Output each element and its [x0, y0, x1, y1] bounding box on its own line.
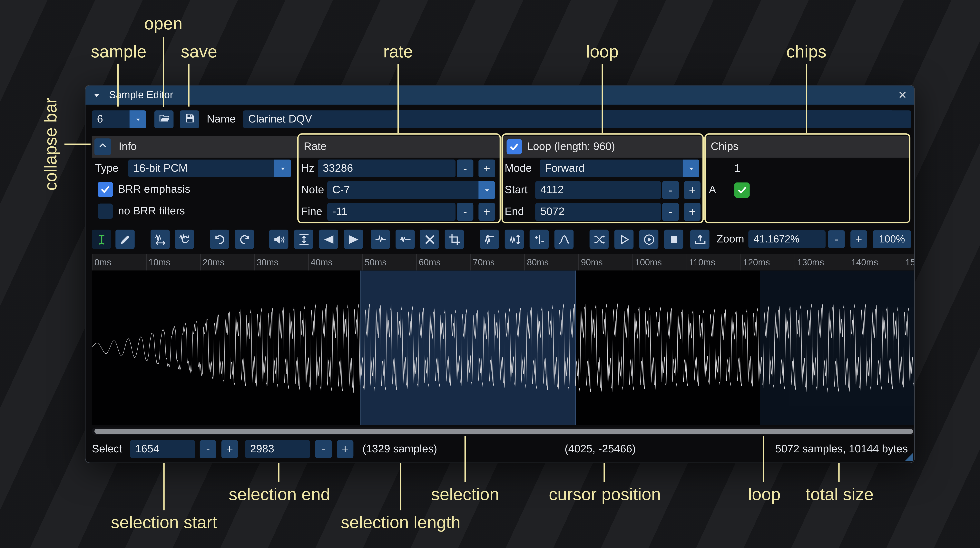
open-button[interactable]: [154, 110, 173, 128]
loop-start-decrease-button[interactable]: -: [662, 181, 679, 199]
loop-enable-checkbox[interactable]: [507, 139, 522, 155]
edit-select-button[interactable]: [92, 230, 111, 249]
fade-out-icon: [347, 233, 360, 245]
close-button[interactable]: ×: [899, 88, 907, 102]
timeline-label: 80ms: [527, 257, 549, 267]
name-input[interactable]: [243, 110, 911, 128]
no-brr-filters-checkbox[interactable]: [98, 204, 113, 219]
fine-decrease-button[interactable]: -: [457, 203, 474, 221]
annotation-line: [278, 463, 280, 482]
upload-icon: [694, 233, 706, 245]
loop-start-input[interactable]: [535, 181, 661, 199]
loop-mode-label: Mode: [505, 159, 532, 177]
selection-start-increase-button[interactable]: +: [221, 440, 238, 458]
make-wavetable-button[interactable]: [690, 230, 710, 249]
zoom-out-button[interactable]: -: [828, 230, 845, 248]
hz-input[interactable]: [318, 159, 455, 177]
play-circle-icon: [643, 233, 655, 245]
sample-selector[interactable]: 6: [92, 110, 146, 128]
apply-silence-button[interactable]: [396, 230, 415, 249]
loop-mode-value: Forward: [545, 162, 585, 175]
note-value: C-7: [332, 184, 350, 196]
annotation-rate: rate: [383, 42, 413, 62]
window-resize-grip[interactable]: [905, 453, 913, 461]
fade-out-button[interactable]: [344, 230, 363, 249]
timeline-ruler[interactable]: 0ms10ms20ms30ms40ms50ms60ms70ms80ms90ms1…: [92, 254, 915, 271]
loop-end-input[interactable]: [535, 203, 661, 221]
undo-button[interactable]: [210, 230, 229, 249]
info-header-label: Info: [119, 140, 137, 153]
waveform-area[interactable]: [92, 271, 915, 425]
loop-start-increase-button[interactable]: +: [684, 181, 700, 199]
sign-convert-button[interactable]: [530, 230, 549, 249]
reverse-button[interactable]: [480, 230, 499, 249]
reverse-icon: [483, 233, 495, 245]
collapse-info-button[interactable]: [94, 139, 111, 155]
loop-end-increase-button[interactable]: +: [684, 203, 700, 221]
filter-button[interactable]: [555, 230, 574, 249]
brr-emphasis-checkbox[interactable]: [98, 182, 113, 197]
annotation-selection-start: selection start: [111, 513, 217, 533]
window-title: Sample Editor: [109, 89, 173, 101]
window-collapse-icon[interactable]: [92, 91, 101, 99]
annotated-screenshot: Sample Editor × 6 Name Info Type 16-bit …: [0, 0, 980, 548]
resize-button[interactable]: [151, 230, 170, 249]
trim-icon: [448, 233, 460, 245]
crossfade-loop-button[interactable]: [590, 230, 609, 249]
horizontal-scrollbar[interactable]: [92, 427, 915, 435]
insert-silence-button[interactable]: [371, 230, 390, 249]
titlebar[interactable]: Sample Editor ×: [86, 86, 914, 105]
hz-decrease-button[interactable]: -: [457, 159, 474, 177]
undo-icon: [213, 233, 226, 245]
delete-button[interactable]: [420, 230, 439, 249]
selection-end-increase-button[interactable]: +: [337, 440, 353, 458]
preview-button[interactable]: [614, 230, 634, 249]
annotation-chips: chips: [786, 42, 827, 62]
redo-button[interactable]: [235, 230, 254, 249]
sample-type-select[interactable]: 16-bit PCM: [128, 159, 291, 177]
annotation-line: [400, 463, 401, 510]
fine-increase-button[interactable]: +: [479, 203, 495, 221]
fine-input[interactable]: [327, 203, 455, 221]
zoom-input[interactable]: [748, 230, 826, 248]
waveform-canvas[interactable]: [92, 271, 915, 425]
loop-end-label: End: [505, 203, 524, 221]
normalize-button[interactable]: [294, 230, 313, 249]
timeline-label: 30ms: [256, 257, 278, 267]
chip-a-checkbox[interactable]: [734, 182, 750, 198]
loop-mode-select[interactable]: Forward: [540, 159, 699, 177]
rate-header-label: Rate: [304, 140, 326, 153]
trim-button[interactable]: [445, 230, 464, 249]
selection-start-input[interactable]: [130, 440, 195, 458]
chevron-down-icon: [130, 110, 146, 128]
selection-start-decrease-button[interactable]: -: [200, 440, 216, 458]
hz-label: Hz: [301, 159, 314, 177]
amplify-button[interactable]: [269, 230, 288, 249]
rate-header: Rate: [299, 136, 500, 158]
fade-in-button[interactable]: [319, 230, 338, 249]
fade-in-icon: [323, 233, 334, 245]
stop-button[interactable]: [664, 230, 684, 249]
draw-button[interactable]: [115, 230, 135, 249]
play-button[interactable]: [640, 230, 659, 249]
zoom-in-button[interactable]: +: [850, 230, 867, 248]
note-select[interactable]: C-7: [327, 181, 495, 199]
stop-icon: [668, 233, 680, 245]
save-button[interactable]: [180, 110, 199, 128]
annotation-selection-end: selection end: [229, 485, 330, 505]
timeline-label: 0ms: [94, 257, 111, 267]
hz-increase-button[interactable]: +: [479, 159, 495, 177]
normalize-icon: [298, 233, 310, 245]
selection-end-decrease-button[interactable]: -: [315, 440, 332, 458]
selection-end-input[interactable]: [245, 440, 310, 458]
annotation-open: open: [144, 14, 183, 34]
zoom-reset-button[interactable]: 100%: [873, 230, 911, 248]
chevron-down-icon: [274, 159, 291, 177]
resample-button[interactable]: [175, 230, 194, 249]
zoom-label: Zoom: [716, 230, 744, 248]
scrollbar-thumb[interactable]: [94, 429, 913, 434]
loop-start-label: Start: [505, 181, 528, 199]
delete-icon: [423, 233, 436, 245]
loop-end-decrease-button[interactable]: -: [662, 203, 679, 221]
invert-button[interactable]: [505, 230, 524, 249]
